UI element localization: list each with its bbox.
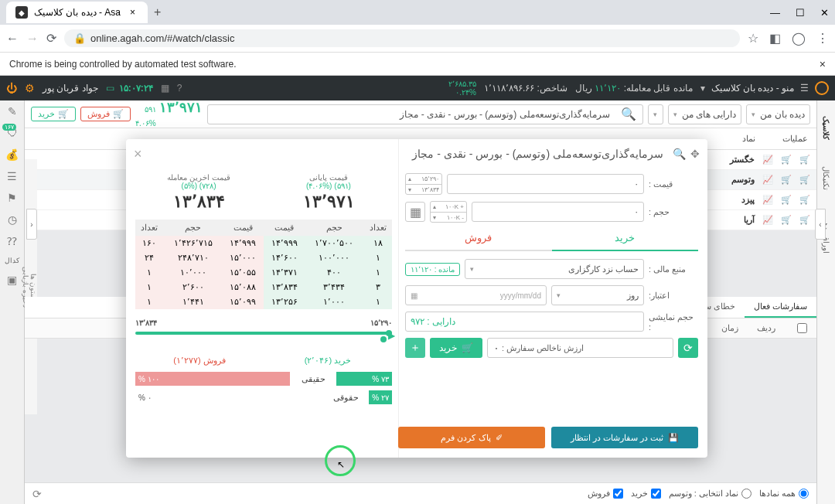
modal-search-icon[interactable]: 🔍	[673, 148, 686, 160]
row-buy-icon[interactable]: 🛒	[799, 215, 810, 225]
back-button[interactable]: ←	[6, 32, 19, 46]
chevron-down-icon[interactable]: ▾	[700, 83, 705, 94]
browser-tabs: ◆ دیده بان کلاسیک - Asa × + — ☐ ✕	[0, 0, 835, 25]
tab-active-orders[interactable]: سفارشات فعال	[745, 297, 816, 318]
row-sell-icon[interactable]: 🛒	[781, 155, 792, 165]
rail-tab-technical[interactable]: تکنیکال	[822, 163, 830, 193]
col-row: ردیف	[757, 323, 775, 333]
depth-row[interactable]: ۱۱٬۰۰۰۱۳٬۲۵۶۱۵٬۰۹۹۱٬۴۴۱۱	[135, 295, 392, 309]
bag-icon[interactable]: 💰	[5, 148, 19, 161]
modal-title: سرمایه‌گذاری‌توسعه‌ملی (وتوسم) - بورس - …	[142, 148, 668, 160]
footer-bar: همه نمادها نماد انتخابی : وتوسم خرید فرو…	[25, 482, 816, 504]
price-input[interactable]: ۰	[447, 174, 644, 194]
index-block: شاخص: ۱٬۱۱۸٬۸۹۶.۶۶	[484, 83, 567, 94]
rail-tab-classic[interactable]: کلاسیک	[822, 113, 830, 143]
caret-dropdown[interactable]: ▾	[648, 104, 663, 124]
shield-icon[interactable]: 🛡۱۶۷	[7, 127, 18, 139]
question-icon[interactable]: ⁇	[7, 235, 17, 247]
toolbar-price: ۱۳٬۹۷۱ ۵۹۱۴.۰۶%	[135, 99, 203, 129]
validity-select[interactable]: روز▾	[551, 285, 644, 305]
hamburger-icon[interactable]: ☰	[800, 83, 809, 94]
tab-sell[interactable]: فروش	[405, 226, 552, 251]
flag-icon[interactable]: ⚑	[7, 192, 17, 204]
tab-buy[interactable]: خرید	[552, 226, 699, 251]
toolbar-sell-button[interactable]: 🛒فروش	[80, 107, 131, 121]
calculator-icon[interactable]: ▦	[405, 202, 425, 222]
balance-value: ۱۱٬۱۲۰	[595, 83, 621, 94]
power-icon[interactable]: ⏻	[6, 82, 17, 94]
modal-close-icon[interactable]: ×	[134, 146, 142, 162]
date-input[interactable]: yyyy/mm/dd ▦	[405, 285, 547, 305]
depth-row[interactable]: ۱۴۰۰۱۴٬۳۷۱۱۵٬۰۵۵۱۰٬۰۰۰۱	[135, 265, 392, 280]
help-icon[interactable]: ?	[177, 83, 182, 94]
depth-row[interactable]: ۱۱۰۰٬۰۰۰۱۴٬۶۰۰۱۵٬۰۰۰۲۴۸٬۷۱۰۲۴	[135, 250, 392, 265]
kebab-menu-icon[interactable]: ⋮	[816, 31, 829, 46]
row-chart-icon[interactable]: 📈	[762, 215, 773, 225]
watchlist-dropdown[interactable]: دیده بان من▾	[746, 104, 810, 124]
row-sell-icon[interactable]: 🛒	[781, 215, 792, 225]
symbol-search[interactable]: 🔍 سرمایه‌گذاری‌توسعه‌ملی (وتوسم) - بورس …	[207, 104, 643, 124]
ext-icon[interactable]: ◧	[769, 31, 781, 46]
url-input[interactable]: 🔒 online.agah.com/#/watch/classic	[64, 29, 740, 47]
right-rail: کلاسیک تکنیکال اوراق بدهی	[816, 100, 835, 504]
row-chart-icon[interactable]: 📈	[762, 175, 773, 185]
forward-button[interactable]: →	[26, 32, 39, 46]
row-buy-icon[interactable]: 🛒	[799, 175, 810, 185]
url-text: online.agah.com/#/watch/classic	[90, 32, 234, 44]
minimize-button[interactable]: —	[770, 7, 780, 19]
maximize-button[interactable]: ☐	[796, 7, 805, 19]
buy-count: خرید (۲٬۰۴۶)	[264, 356, 392, 366]
gear-icon[interactable]: ⚙	[25, 82, 35, 94]
chk-sell[interactable]	[613, 489, 623, 499]
close-window-button[interactable]: ✕	[820, 7, 829, 19]
row-sell-icon[interactable]: 🛒	[781, 175, 792, 185]
sell-count: فروش (۱٬۲۷۷)	[135, 356, 264, 366]
row-buy-icon[interactable]: 🛒	[799, 155, 810, 165]
app-header: ☰ منو - دیده بان کلاسیک ▾ مانده قابل معا…	[0, 76, 835, 100]
infobar-close-icon[interactable]: ×	[820, 58, 826, 70]
add-order-button[interactable]: ＋	[405, 338, 425, 358]
depth-row[interactable]: ۱۸۱٬۷۰۰٬۵۰۰۱۴٬۹۹۹۱۴٬۹۹۹۱٬۴۲۶٬۷۱۵۱۶۰	[135, 236, 392, 250]
side-cols[interactable]: ستون ها	[29, 274, 37, 300]
row-chart-icon[interactable]: 📈	[762, 155, 773, 165]
chk-buy[interactable]	[651, 489, 661, 499]
star-icon[interactable]: ☆	[748, 31, 758, 46]
clear-form-button[interactable]: ✐پاک کردن فرم	[398, 427, 545, 448]
submit-buy-button[interactable]: 🛒خرید	[430, 338, 482, 358]
toolbar: دیده بان من▾ دارایی های من▾ ▾ 🔍 سرمایه‌گ…	[25, 100, 816, 128]
move-icon[interactable]: ✥	[690, 148, 700, 160]
browser-tab[interactable]: ◆ دیده بان کلاسیک - Asa ×	[6, 2, 148, 23]
new-tab-button[interactable]: +	[154, 5, 161, 19]
radio-selected-sym[interactable]	[741, 489, 752, 499]
reload-button[interactable]: ⟳	[46, 31, 56, 46]
grid-icon[interactable]: ▦	[161, 83, 169, 94]
clock-icon[interactable]: ◷	[8, 213, 17, 226]
radio-all-syms[interactable]	[799, 489, 809, 499]
refresh-gross-button[interactable]: ⟳	[678, 338, 698, 358]
badge-count: ۱۶۷	[2, 124, 16, 131]
tab-close-icon[interactable]: ×	[127, 7, 138, 18]
expand-chevron-left[interactable]: ‹	[26, 209, 37, 240]
save-pending-button[interactable]: 💾ثبت در سفارشات در انتظار	[551, 427, 698, 448]
row-buy-icon[interactable]: 🛒	[799, 195, 810, 205]
volume-input[interactable]: ۰	[472, 202, 644, 222]
orders-select-all[interactable]	[797, 323, 807, 333]
profile-icon[interactable]: ◯	[792, 31, 806, 46]
depth-row[interactable]: ۳۳٬۴۳۴۱۳٬۸۳۴۱۵٬۰۸۸۲٬۶۰۰۱	[135, 280, 392, 295]
row-chart-icon[interactable]: 📈	[762, 195, 773, 205]
expand-chevron-right[interactable]: ›	[815, 209, 826, 240]
chart-icon[interactable]: ✎	[8, 105, 17, 117]
price-label: قیمت :	[649, 179, 698, 189]
price-spinner[interactable]: ۱۵٬۲۹۰▴ ۱۳٬۸۳۴▾	[405, 173, 442, 195]
codal-icon[interactable]: کدال	[5, 257, 19, 264]
assets-dropdown[interactable]: دارایی های من▾	[668, 104, 742, 124]
refresh-icon[interactable]: ⟳	[32, 488, 42, 500]
display-volume-label: حجم نمایشی :	[649, 312, 698, 332]
image-icon[interactable]: ▣	[7, 274, 17, 286]
monitor-icon: ▭	[106, 83, 114, 94]
source-select[interactable]: حساب نزد کارگزاری▾	[465, 259, 644, 279]
row-sell-icon[interactable]: 🛒	[781, 195, 792, 205]
toolbar-buy-button[interactable]: 🛒خرید	[31, 107, 76, 121]
volume-spinner[interactable]: + ۱۰۰K▴ - ۱۰۰K▾	[430, 201, 467, 223]
list-icon[interactable]: ☰	[7, 170, 17, 182]
